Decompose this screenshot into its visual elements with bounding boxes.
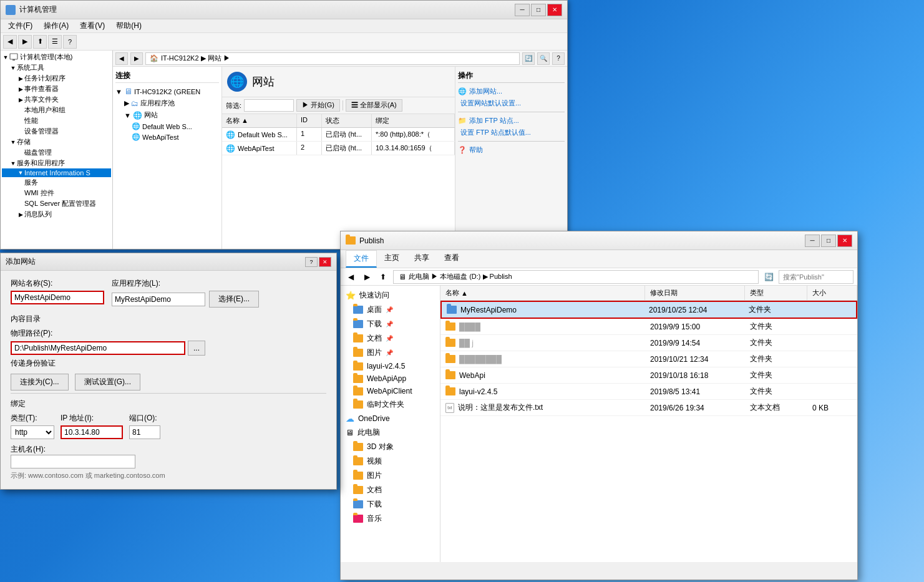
action-set-ftp-default[interactable]: 设置 FTP 站点默认值... [458, 127, 565, 138]
explorer-minimize-btn[interactable]: ─ [805, 235, 820, 247]
sidebar-onedrive[interactable]: ☁ OneDrive [341, 412, 440, 425]
cm-maximize-button[interactable]: □ [531, 4, 546, 16]
exp-row-4[interactable]: ████████ 2019/10/21 12:34 文件夹 [440, 351, 857, 367]
exp-search-input[interactable] [779, 270, 853, 284]
sidebar-downloads-2[interactable]: 下载 [341, 497, 440, 512]
exp-up-btn[interactable]: ⬆ [377, 271, 389, 283]
dialog-help-btn[interactable]: ? [305, 257, 318, 267]
action-set-default[interactable]: 设置网站默认设置... [458, 97, 565, 109]
iis-help-btn[interactable]: ? [552, 52, 565, 65]
browse-btn[interactable]: ... [188, 341, 205, 356]
menu-view[interactable]: 查看(V) [75, 19, 110, 32]
exp-row-2[interactable]: ████ 2019/9/9 15:00 文件夹 [440, 319, 857, 335]
sidebar-pictures[interactable]: 图片 📌 [341, 346, 440, 360]
show-all-btn[interactable]: ☰ 全部显示(A) [346, 99, 402, 112]
select-btn[interactable]: 选择(E)... [209, 291, 259, 308]
tree-disk-mgmt[interactable]: 磁盘管理 [2, 147, 111, 158]
exp-col-size-header[interactable]: 大小 [807, 286, 857, 300]
tab-share[interactable]: 共享 [407, 250, 437, 268]
exp-col-name-header[interactable]: 名称 ▲ [440, 286, 645, 300]
exp-forward-btn[interactable]: ▶ [361, 271, 373, 283]
tree-event-viewer[interactable]: ▶ 事件查看器 [2, 84, 111, 94]
tree-task-scheduler[interactable]: ▶ 任务计划程序 [2, 73, 111, 84]
forward-button[interactable]: ▶ [18, 35, 32, 49]
tree-device-manager[interactable]: 设备管理器 [2, 126, 111, 137]
cm-minimize-button[interactable]: ─ [515, 4, 530, 16]
iis-apppool-node[interactable]: ▶ 🗂 应用程序池 [115, 97, 219, 109]
site-name-input[interactable] [11, 291, 104, 304]
exp-row-layui[interactable]: layui-v2.4.5 2019/8/5 13:41 文件夹 [440, 384, 857, 400]
exp-row-txtfile[interactable]: txt 说明：这里是发布文件.txt 2019/6/26 19:34 文本文档 … [440, 400, 857, 416]
start-btn[interactable]: ▶ 开始(G) [296, 99, 340, 112]
tree-sql-config[interactable]: SQL Server 配置管理器 [2, 198, 111, 209]
iis-site-row-2[interactable]: 🌐 WebApiTest 2 已启动 (ht... 10.3.14.80:165… [222, 142, 455, 155]
menu-help[interactable]: 帮助(H) [111, 19, 147, 32]
port-input[interactable] [129, 425, 160, 439]
app-pool-input[interactable] [112, 293, 205, 306]
cm-close-button[interactable]: ✕ [547, 4, 562, 16]
col-name[interactable]: 名称 ▲ [222, 114, 297, 127]
sidebar-docs[interactable]: 文档 📌 [341, 331, 440, 346]
tree-performance[interactable]: 性能 [2, 115, 111, 126]
iis-refresh-btn[interactable]: 🔄 [522, 52, 535, 65]
sidebar-webapiapp[interactable]: WebApiApp [341, 372, 440, 385]
action-add-website[interactable]: 🌐 添加网站... [458, 85, 565, 97]
col-binding[interactable]: 绑定 [372, 114, 455, 127]
test-settings-btn[interactable]: 测试设置(G)... [75, 374, 140, 390]
tab-view[interactable]: 查看 [437, 250, 467, 268]
sidebar-downloads[interactable]: 下载 📌 [341, 317, 440, 331]
tab-file[interactable]: 文件 [346, 250, 377, 268]
exp-refresh-btn[interactable]: 🔄 [762, 271, 775, 283]
exp-col-date-header[interactable]: 修改日期 [645, 286, 745, 300]
exp-row-3[interactable]: ██ j 2019/9/9 14:54 文件夹 [440, 335, 857, 351]
tree-msmq[interactable]: ▶ 消息队列 [2, 209, 111, 220]
ip-input[interactable] [61, 425, 123, 439]
iis-site-row-1[interactable]: 🌐 Default Web S... 1 已启动 (ht... *:80 (ht… [222, 128, 455, 142]
sidebar-3d-objects[interactable]: 3D 对象 [341, 440, 440, 454]
back-button[interactable]: ◀ [3, 35, 17, 49]
action-help[interactable]: ❓ 帮助 [458, 144, 565, 156]
iis-webapi-site[interactable]: 🌐 WebApiTest [115, 132, 219, 142]
explorer-maximize-btn[interactable]: □ [821, 235, 836, 247]
action-add-ftp[interactable]: 📁 添加 FTP 站点... [458, 115, 565, 127]
iis-sites-node[interactable]: ▼ 🌐 网站 [115, 109, 219, 121]
tab-home[interactable]: 主页 [377, 250, 407, 268]
physical-path-input[interactable] [11, 341, 185, 355]
sidebar-quick-access[interactable]: ⭐ 快速访问 [341, 288, 440, 303]
explorer-close-btn[interactable]: ✕ [837, 235, 852, 247]
hostname-input[interactable] [11, 455, 135, 468]
tree-services[interactable]: 服务 [2, 177, 111, 188]
iis-forward-btn[interactable]: ▶ [130, 52, 143, 65]
dialog-close-btn[interactable]: ✕ [319, 257, 331, 267]
exp-back-btn[interactable]: ◀ [344, 271, 357, 283]
exp-row-myrestapidemo[interactable]: MyRestApiDemo 2019/10/25 12:04 文件夹 [440, 301, 857, 319]
help-button[interactable]: ? [63, 35, 77, 49]
sidebar-documents-2[interactable]: 文档 [341, 483, 440, 497]
col-id[interactable]: ID [297, 114, 322, 127]
sidebar-tempfolder[interactable]: 临时文件夹 [341, 397, 440, 412]
col-status[interactable]: 状态 [322, 114, 372, 127]
sidebar-webapiclient[interactable]: WebApiClient [341, 385, 440, 397]
tree-services-apps[interactable]: ▼ 服务和应用程序 [2, 158, 111, 168]
sidebar-desktop[interactable]: 桌面 📌 [341, 303, 440, 317]
sidebar-layui[interactable]: layui-v2.4.5 [341, 360, 440, 372]
exp-row-webapi[interactable]: WebApi 2019/10/18 16:18 文件夹 [440, 367, 857, 384]
menu-file[interactable]: 文件(F) [3, 19, 37, 32]
iis-default-site[interactable]: 🌐 Default Web S... [115, 121, 219, 132]
tree-wmi[interactable]: WMI 控件 [2, 188, 111, 198]
iis-search-btn[interactable]: 🔍 [537, 52, 550, 65]
sidebar-music[interactable]: 音乐 [341, 512, 440, 526]
up-button[interactable]: ⬆ [33, 35, 47, 49]
tree-storage[interactable]: ▼ 存储 [2, 137, 111, 147]
menu-action[interactable]: 操作(A) [39, 19, 74, 32]
iis-server-node[interactable]: ▼ 🖥 IT-HC912K2 (GREEN [115, 85, 219, 97]
iis-back-btn[interactable]: ◀ [115, 52, 128, 65]
show-hide-btn[interactable]: ☰ [48, 35, 62, 49]
tree-root[interactable]: ▼ 计算机管理(本地) [2, 52, 111, 62]
tree-shared-folders[interactable]: ▶ 共享文件夹 [2, 94, 111, 105]
tree-local-users[interactable]: 本地用户和组 [2, 105, 111, 115]
sidebar-videos[interactable]: 视频 [341, 454, 440, 468]
tree-iis[interactable]: ▼ Internet Information S [2, 168, 111, 177]
connect-btn[interactable]: 连接为(C)... [11, 374, 69, 390]
exp-col-type-header[interactable]: 类型 [745, 286, 807, 300]
